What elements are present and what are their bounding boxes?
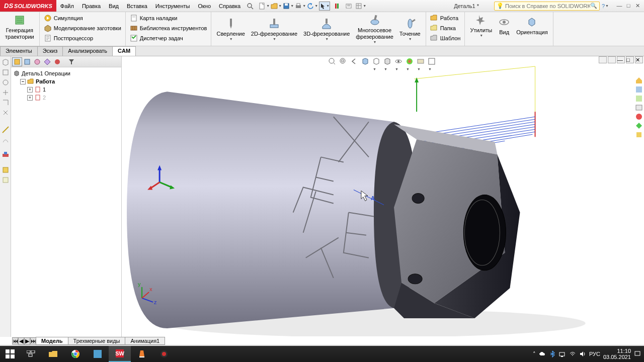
menu-window[interactable]: Окно: [194, 1, 215, 11]
tp-icon-3[interactable]: [635, 95, 643, 103]
menu-view[interactable]: Вид: [105, 1, 123, 11]
save-doc-icon[interactable]: ▼: [283, 2, 294, 11]
fm-tab-2-icon[interactable]: [22, 57, 32, 66]
strip-icon-8[interactable]: [2, 136, 10, 144]
tool-library-button[interactable]: Библиотека инструментов: [128, 23, 209, 33]
setup-sheet-button[interactable]: Карта наладки: [128, 13, 209, 23]
tree-collapse-icon[interactable]: −: [20, 79, 26, 84]
strip-icon-4[interactable]: [2, 88, 10, 97]
zoom-area-icon[interactable]: [339, 57, 349, 66]
tree-expand-icon[interactable]: +: [27, 87, 33, 93]
menu-edit[interactable]: Правка: [78, 1, 105, 11]
tab-sketch[interactable]: Эскиз: [37, 46, 63, 56]
minimize-button[interactable]: —: [615, 3, 624, 9]
strip-icon-3[interactable]: [2, 78, 10, 86]
strip-icon-1[interactable]: [2, 58, 10, 66]
strip-icon-6[interactable]: [2, 109, 10, 117]
select-icon[interactable]: ▼: [319, 2, 330, 11]
help-search[interactable]: 💡 🔍: [494, 2, 600, 11]
tray-lang[interactable]: РУС: [589, 351, 600, 357]
menu-insert[interactable]: Вставка: [123, 1, 151, 11]
help-dropdown-icon[interactable]: ?▼: [600, 2, 611, 11]
vp-max[interactable]: □: [626, 56, 634, 63]
vp-close[interactable]: ✕: [635, 56, 643, 63]
tp-icon-6[interactable]: [635, 122, 643, 130]
tray-onedrive-icon[interactable]: [539, 350, 546, 357]
orientation-button[interactable]: Ориентация: [513, 13, 550, 39]
tray-net-icon[interactable]: [559, 350, 566, 357]
section-view-icon[interactable]: [361, 57, 371, 66]
prev-view-icon[interactable]: [350, 57, 360, 66]
open-doc-icon[interactable]: ▼: [271, 2, 282, 11]
simulation-button[interactable]: Симуляция: [42, 13, 123, 23]
tray-wifi-icon[interactable]: [569, 350, 576, 357]
strip-icon-9[interactable]: [2, 151, 10, 159]
utilities-button[interactable]: Утилиты▼: [467, 13, 495, 39]
taskbar-explorer[interactable]: [42, 346, 64, 362]
postprocessor-button[interactable]: Постпроцессор: [42, 33, 123, 43]
task-view-button[interactable]: [20, 346, 42, 362]
tp-icon-5[interactable]: [635, 113, 643, 121]
start-button[interactable]: [0, 346, 20, 362]
close-button[interactable]: ✕: [633, 3, 642, 9]
tp-icon-4[interactable]: [635, 104, 643, 112]
hide-show-icon[interactable]: ▼: [394, 57, 405, 66]
bottom-tab-3dviews[interactable]: Трехмерные виды: [68, 337, 126, 345]
tree-root[interactable]: Деталь1 Операции: [13, 69, 119, 77]
tab-elements[interactable]: Элементы: [0, 46, 38, 56]
print-icon[interactable]: ▼: [295, 2, 306, 11]
task-manager-button[interactable]: Диспетчер задач: [128, 33, 209, 43]
strip-icon-10[interactable]: [2, 166, 10, 174]
taskbar-record[interactable]: [153, 346, 175, 362]
menu-tools[interactable]: Инструменты: [151, 1, 194, 11]
tree-job[interactable]: − Работа: [13, 77, 119, 85]
tp-icon-2[interactable]: [635, 85, 643, 94]
tray-clock[interactable]: 11:10 03.05.2021: [603, 348, 631, 360]
view-settings-icon[interactable]: ▼: [428, 57, 438, 66]
menu-file[interactable]: Файл: [56, 1, 78, 11]
taskbar-solidworks[interactable]: SW: [109, 346, 131, 362]
tray-bt-icon[interactable]: [549, 350, 556, 357]
vp-btn-1[interactable]: [599, 56, 607, 63]
tree-expand-icon[interactable]: +: [27, 95, 33, 101]
undo-icon[interactable]: ▼: [307, 2, 318, 11]
strip-icon-5[interactable]: [2, 99, 10, 107]
taskbar-chrome[interactable]: [64, 346, 87, 362]
rebuild-icon[interactable]: [331, 2, 342, 11]
taskbar-vlc[interactable]: [131, 346, 153, 362]
zoom-fit-icon[interactable]: [328, 57, 338, 66]
taskbar-app1[interactable]: [87, 346, 109, 362]
sketch-line-icon[interactable]: [2, 126, 10, 134]
view-orient-icon[interactable]: ▼: [372, 57, 382, 66]
folder-button[interactable]: Папка: [428, 23, 463, 33]
tp-icon-7[interactable]: [635, 131, 643, 139]
drilling-button[interactable]: Сверление▼: [213, 13, 248, 46]
fm-tab-1-icon[interactable]: [12, 57, 22, 66]
toolpath-generation-button[interactable]: Генерация траектории: [2, 13, 37, 41]
stock-modeling-button[interactable]: Моделирование заготовки: [42, 23, 123, 33]
options-icon[interactable]: [343, 2, 354, 11]
search-toggle-icon[interactable]: [245, 2, 256, 11]
tree-op-2[interactable]: + 2: [13, 94, 119, 102]
template-button[interactable]: Шаблон: [428, 33, 463, 43]
tray-up-icon[interactable]: ˄: [533, 351, 536, 357]
new-doc-icon[interactable]: ▼: [259, 2, 270, 11]
tab-nav-next[interactable]: ▶: [24, 337, 30, 345]
display-style-icon[interactable]: ▼: [383, 57, 393, 66]
search-go-icon[interactable]: 🔍: [590, 3, 597, 9]
settings-icon[interactable]: ▼: [355, 2, 366, 11]
fm-tab-4-icon[interactable]: [42, 57, 52, 66]
strip-icon-11[interactable]: [2, 176, 10, 184]
tray-notifications-icon[interactable]: [634, 350, 641, 357]
tp-icon-1[interactable]: [635, 76, 643, 84]
tree-op-1[interactable]: + 1: [13, 85, 119, 94]
3d-milling-button[interactable]: 3D-фрезерование▼: [300, 13, 353, 46]
vp-min[interactable]: —: [617, 56, 625, 63]
menu-help[interactable]: Справка: [215, 1, 245, 11]
fm-tab-3-icon[interactable]: [32, 57, 42, 66]
fm-filter-icon[interactable]: [66, 57, 76, 66]
tab-nav-first[interactable]: ⏮: [12, 337, 18, 344]
bottom-tab-model[interactable]: Модель: [36, 337, 68, 345]
fm-tab-5-icon[interactable]: [52, 57, 62, 66]
help-search-input[interactable]: [505, 3, 590, 9]
